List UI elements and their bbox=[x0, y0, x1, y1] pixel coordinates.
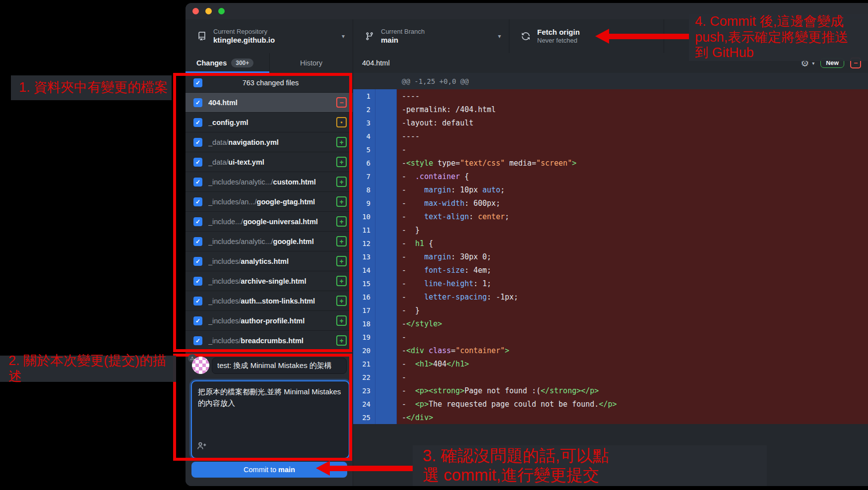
line-number-old: 6 bbox=[353, 156, 375, 170]
line-number-new bbox=[375, 183, 397, 196]
hunk-header: @@ -1,25 +0,0 @@ bbox=[353, 73, 868, 89]
line-number-old: 5 bbox=[353, 143, 375, 156]
tab-history-label: History bbox=[300, 59, 322, 67]
current-branch-button[interactable]: Current Branch main ▾ bbox=[353, 19, 509, 53]
current-repository-button[interactable]: Current Repository ktinglee.github.io ▾ bbox=[186, 19, 353, 53]
line-number-old: 23 bbox=[353, 384, 375, 397]
line-number-old: 8 bbox=[353, 183, 375, 196]
code-line: ---- bbox=[397, 129, 868, 143]
line-number-old: 9 bbox=[353, 196, 375, 210]
diff-line[interactable]: 11- } bbox=[353, 223, 868, 237]
chevron-down-icon: ▾ bbox=[498, 33, 501, 40]
code-line: - margin: 30px 0; bbox=[397, 250, 868, 263]
chevron-down-icon: ▾ bbox=[342, 33, 345, 40]
diff-line[interactable]: 16- letter-spacing: -1px; bbox=[353, 290, 868, 304]
diff-line[interactable]: 12- h1 { bbox=[353, 237, 868, 250]
diff-line[interactable]: 23- <p><strong>Page not found :(</strong… bbox=[353, 384, 868, 397]
code-line: - } bbox=[397, 304, 868, 317]
diff-line[interactable]: 2-permalink: /404.html bbox=[353, 103, 868, 116]
diff-line[interactable]: 7- .container { bbox=[353, 170, 868, 183]
git-branch-icon bbox=[365, 32, 374, 41]
code-line: ---- bbox=[397, 89, 868, 103]
line-number-new bbox=[375, 317, 397, 330]
diff-line[interactable]: 13- margin: 30px 0; bbox=[353, 250, 868, 263]
diff-line[interactable]: 5- bbox=[353, 143, 868, 156]
diff-line[interactable]: 15- line-height: 1; bbox=[353, 277, 868, 290]
line-number-old: 22 bbox=[353, 370, 375, 384]
close-button[interactable] bbox=[192, 8, 199, 14]
line-number-new bbox=[375, 143, 397, 156]
screenshot-root: Current Repository ktinglee.github.io ▾ … bbox=[0, 0, 868, 490]
diff-line[interactable]: 1---- bbox=[353, 89, 868, 103]
line-number-old: 18 bbox=[353, 317, 375, 330]
diff-line[interactable]: 4---- bbox=[353, 129, 868, 143]
annotation-arrowhead-fetch bbox=[595, 29, 609, 44]
line-number-new bbox=[375, 237, 397, 250]
line-number-old: 21 bbox=[353, 357, 375, 370]
line-number-old: 11 bbox=[353, 223, 375, 237]
line-number-old: 16 bbox=[353, 290, 375, 304]
diff-line[interactable]: 25-</div> bbox=[353, 411, 868, 424]
annotation-note-2: 2. 關於本次變更(提交)的描述 bbox=[0, 356, 176, 382]
diff-line[interactable]: 8- margin: 10px auto; bbox=[353, 183, 868, 196]
line-number-old: 17 bbox=[353, 304, 375, 317]
annotation-note-3: 3. 確認沒問題的話,可以點 選 commit,進行變更提交 bbox=[413, 445, 767, 486]
current-repository-label: Current Repository bbox=[213, 28, 275, 36]
diff-line[interactable]: 21- <h1>404</h1> bbox=[353, 357, 868, 370]
line-number-new bbox=[375, 170, 397, 183]
diff-line[interactable]: 10- text-align: center; bbox=[353, 210, 868, 223]
line-number-new bbox=[375, 384, 397, 397]
code-line: -</div> bbox=[397, 411, 868, 424]
diff-panel: @@ -1,25 +0,0 @@ 1----2-permalink: /404.… bbox=[353, 73, 868, 486]
tab-changes-label: Changes bbox=[196, 59, 227, 67]
current-branch-value: main bbox=[381, 36, 425, 45]
line-number-new bbox=[375, 210, 397, 223]
diff-line[interactable]: 22- bbox=[353, 370, 868, 384]
code-line: -</style> bbox=[397, 317, 868, 330]
line-number-new bbox=[375, 156, 397, 170]
commit-button-prefix: Commit to bbox=[244, 466, 276, 474]
line-number-old: 10 bbox=[353, 210, 375, 223]
diff-line[interactable]: 17- } bbox=[353, 304, 868, 317]
line-number-new bbox=[375, 370, 397, 384]
diff-line[interactable]: 20-<div class="container"> bbox=[353, 344, 868, 357]
code-line: - <h1>404</h1> bbox=[397, 357, 868, 370]
avatar bbox=[192, 357, 209, 374]
code-line: - letter-spacing: -1px; bbox=[397, 290, 868, 304]
line-number-old: 2 bbox=[353, 103, 375, 116]
line-number-new bbox=[375, 263, 397, 277]
diff-line[interactable]: 24- <p>The requested page could not be f… bbox=[353, 397, 868, 411]
line-number-new bbox=[375, 411, 397, 424]
line-number-old: 1 bbox=[353, 89, 375, 103]
tab-history[interactable]: History bbox=[269, 53, 353, 73]
minimize-button[interactable] bbox=[205, 8, 212, 14]
diff-line[interactable]: 9- max-width: 600px; bbox=[353, 196, 868, 210]
code-line: -layout: default bbox=[397, 116, 868, 129]
line-number-old: 25 bbox=[353, 411, 375, 424]
line-number-new bbox=[375, 277, 397, 290]
tab-changes[interactable]: Changes 300+ bbox=[186, 53, 269, 73]
code-line: -<style type="text/css" media="screen"> bbox=[397, 156, 868, 170]
diff-line[interactable]: 18-</style> bbox=[353, 317, 868, 330]
diff-line[interactable]: 3-layout: default bbox=[353, 116, 868, 129]
line-number-old: 15 bbox=[353, 277, 375, 290]
traffic-lights bbox=[192, 8, 225, 14]
zoom-button[interactable] bbox=[218, 8, 225, 14]
diff-line[interactable]: 19- bbox=[353, 330, 868, 344]
code-line: - bbox=[397, 330, 868, 344]
code-line: - .container { bbox=[397, 170, 868, 183]
diff-line[interactable]: 14- font-size: 4em; bbox=[353, 263, 868, 277]
code-line: -permalink: /404.html bbox=[397, 103, 868, 116]
fetch-origin-status: Never fetched bbox=[537, 37, 580, 45]
code-line: - h1 { bbox=[397, 237, 868, 250]
line-number-old: 24 bbox=[353, 397, 375, 411]
code-line: - bbox=[397, 370, 868, 384]
line-number-new bbox=[375, 116, 397, 129]
code-line: - max-width: 600px; bbox=[397, 196, 868, 210]
code-line: - line-height: 1; bbox=[397, 277, 868, 290]
code-line: - <p>The requested page could not be fou… bbox=[397, 397, 868, 411]
code-line: - font-size: 4em; bbox=[397, 263, 868, 277]
code-line: -<div class="container"> bbox=[397, 344, 868, 357]
fetch-origin-label: Fetch origin bbox=[537, 28, 580, 37]
diff-line[interactable]: 6-<style type="text/css" media="screen"> bbox=[353, 156, 868, 170]
